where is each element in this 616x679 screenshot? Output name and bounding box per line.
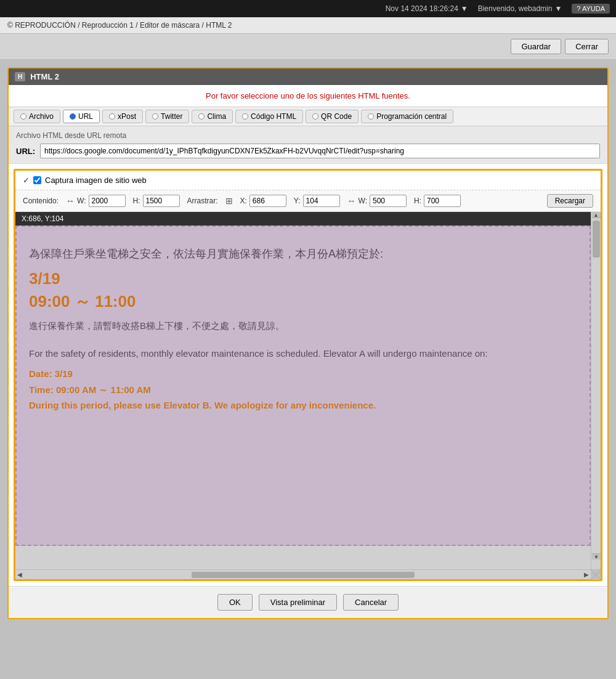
url-section-label: Archivo HTML desde URL remota: [16, 131, 600, 140]
drag-icon-group: ⊞: [225, 196, 233, 206]
panel-title: HTML 2: [30, 72, 59, 81]
tab-codigo-label: Código HTML: [251, 112, 296, 121]
x-label: X:: [240, 197, 247, 205]
contenido-group: Contenido:: [23, 197, 59, 205]
tab-programacion[interactable]: Programación central: [361, 110, 453, 123]
notice-sub-zh: 進行保養作業，請暫時改搭B梯上下樓，不便之處，敬請見諒。: [29, 319, 577, 333]
tab-xpost-label: xPost: [118, 112, 136, 121]
arrastrar-label: Arrastrar:: [187, 197, 218, 205]
breadcrumb-text: © REPRODUCCIÓN / Reproducción 1 / Editor…: [7, 21, 232, 30]
notice-date-zh: 3/19: [29, 269, 577, 288]
tab-clima[interactable]: Clima: [192, 110, 233, 123]
w-label: W:: [77, 197, 86, 205]
capture-label: Captura imagen de sitio web: [45, 176, 147, 185]
tab-url-label: URL: [78, 112, 93, 121]
notice-apology-en: During this period, please use Elevator …: [29, 397, 577, 413]
main-panel: H HTML 2 Por favor seleccione uno de los…: [7, 67, 609, 619]
w2-input[interactable]: [370, 195, 407, 207]
tab-twitter-label: Twitter: [161, 112, 182, 121]
tab-clima-label: Clima: [207, 112, 226, 121]
h-group: H:: [133, 195, 180, 207]
h-label: H:: [133, 197, 140, 205]
notice-time-en: Time: 09:00 AM ～ 11:00 AM: [29, 382, 577, 398]
url-section: Archivo HTML desde URL remota URL:: [9, 126, 607, 164]
preview-wrapper: X:686, Y:104 為保障住戶乘坐電梯之安全，依法每月實施保養作業，本月份…: [15, 212, 601, 569]
tab-xpost[interactable]: xPost: [102, 110, 143, 123]
tab-twitter[interactable]: Twitter: [145, 110, 189, 123]
resize-w2-icon: ↔: [347, 196, 356, 206]
preview-button[interactable]: Vista preliminar: [259, 594, 337, 611]
h-input[interactable]: [143, 195, 180, 207]
tab-archivo[interactable]: Archivo: [14, 110, 60, 123]
tab-qrcode[interactable]: QR Code: [306, 110, 359, 123]
scroll-thumb-h[interactable]: [192, 572, 415, 578]
url-field-label: URL:: [16, 147, 35, 156]
bottom-buttons: OK Vista preliminar Cancelar: [9, 586, 607, 618]
tab-codigo-radio: [242, 113, 248, 120]
scroll-left-arrow[interactable]: ◀: [15, 571, 24, 578]
vertical-scrollbar[interactable]: ▲ ▼: [591, 212, 601, 569]
content-area: ✓ Captura imagen de sitio web Contenido:…: [14, 169, 602, 581]
close-button[interactable]: Cerrar: [565, 39, 609, 54]
tab-xpost-radio: [109, 113, 115, 120]
w2-group: ↔ W:: [347, 195, 407, 207]
notice-date-en: Date: 3/19: [29, 366, 577, 382]
tab-twitter-radio: [152, 113, 158, 120]
resize-w-icon: ↔: [66, 196, 75, 206]
h2-label: H:: [414, 197, 421, 205]
arrastrar-group: Arrastrar:: [187, 197, 218, 205]
tab-programacion-label: Programación central: [376, 112, 447, 121]
tab-archivo-radio: [20, 113, 26, 120]
help-button[interactable]: ? AYUDA: [572, 4, 610, 14]
h2-group: H:: [414, 195, 461, 207]
h2-input[interactable]: [424, 195, 461, 207]
scroll-down-arrow[interactable]: ▼: [592, 553, 601, 559]
capture-checkbox[interactable]: [33, 176, 41, 184]
user-text: Bienvenido, webadmin: [478, 4, 553, 13]
tab-programacion-radio: [368, 113, 374, 120]
y-label: Y:: [294, 197, 301, 205]
notice-english: For the safety of residents, monthly ele…: [29, 346, 577, 362]
preview-container: X:686, Y:104 為保障住戶乘坐電梯之安全，依法每月實施保養作業，本月份…: [15, 212, 591, 569]
y-input[interactable]: [303, 195, 340, 207]
tab-url-radio: [70, 113, 76, 120]
scroll-thumb-v[interactable]: [593, 221, 600, 258]
url-input[interactable]: [40, 144, 600, 158]
datetime-dropdown[interactable]: ▼: [461, 4, 468, 13]
scroll-up-arrow[interactable]: ▲: [592, 212, 601, 218]
tab-codigo[interactable]: Código HTML: [235, 110, 303, 123]
checkmark-icon: ✓: [23, 176, 30, 185]
w-input[interactable]: [89, 195, 126, 207]
x-input[interactable]: [249, 195, 286, 207]
x-group: X:: [240, 195, 286, 207]
top-bar: Nov 14 2024 18:26:24 ▼ Bienvenido, webad…: [0, 0, 616, 17]
save-button[interactable]: Guardar: [511, 39, 561, 54]
ok-button[interactable]: OK: [217, 594, 253, 611]
coord-label: X:686, Y:104: [15, 212, 591, 226]
cancel-button[interactable]: Cancelar: [343, 594, 399, 611]
scroll-corner: [591, 570, 601, 580]
breadcrumb: © REPRODUCCIÓN / Reproducción 1 / Editor…: [0, 17, 616, 34]
tab-url[interactable]: URL: [63, 110, 100, 123]
panel-icon: H: [15, 72, 25, 81]
contenido-label: Contenido:: [23, 197, 59, 205]
user-display: Bienvenido, webadmin ▼: [478, 4, 562, 13]
tab-clima-radio: [198, 113, 205, 120]
user-dropdown[interactable]: ▼: [554, 4, 562, 13]
datetime-display: Nov 14 2024 18:26:24 ▼: [386, 4, 468, 13]
scroll-track-h: [24, 572, 582, 578]
w2-label: W:: [359, 197, 367, 205]
controls-row: Contenido: ↔ W: H: Arrastrar: ⊞ X:: [15, 190, 601, 212]
horizontal-scrollbar[interactable]: ◀ ▶: [15, 569, 601, 579]
y-group: Y:: [294, 195, 340, 207]
tab-qrcode-radio: [312, 113, 318, 120]
notice-time-zh: 09:00 ～ 11:00: [29, 291, 577, 312]
notice-chinese: 為保障住戶乘坐電梯之安全，依法每月實施保養作業，本月份A梯預定於:: [29, 245, 577, 263]
notice-card: 為保障住戶乘坐電梯之安全，依法每月實施保養作業，本月份A梯預定於: 3/19 0…: [15, 226, 591, 546]
scroll-right-arrow[interactable]: ▶: [582, 571, 591, 578]
tab-archivo-label: Archivo: [29, 112, 54, 121]
toolbar: Guardar Cerrar: [0, 34, 616, 60]
drag-icon: ⊞: [225, 196, 233, 206]
reload-button[interactable]: Recargar: [547, 194, 593, 208]
panel-header: H HTML 2: [9, 68, 607, 85]
